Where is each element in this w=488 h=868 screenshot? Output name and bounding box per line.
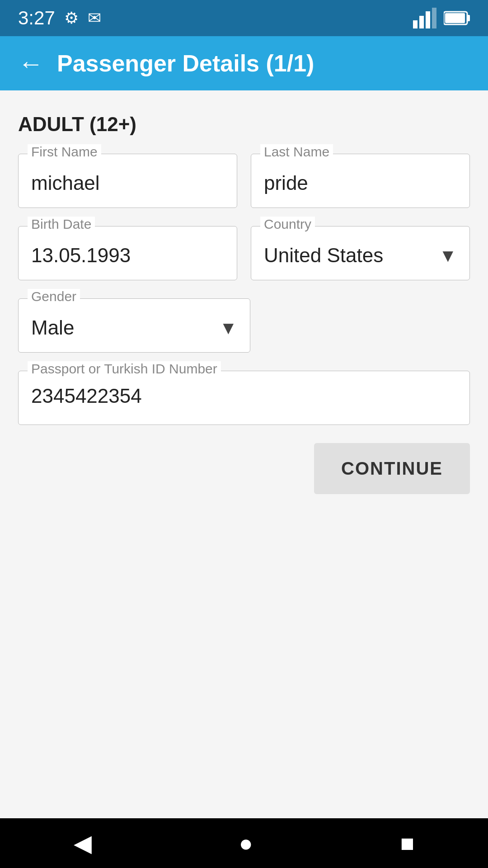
mail-icon: ✉	[88, 9, 101, 28]
continue-row: CONTINUE	[18, 443, 470, 494]
gender-field[interactable]: Gender Male ▼	[18, 298, 250, 353]
status-bar-right	[413, 8, 470, 28]
birth-date-field[interactable]: Birth Date 13.05.1993	[18, 226, 237, 280]
id-field[interactable]: Passport or Turkish ID Number 2345422354	[18, 371, 470, 425]
last-name-field[interactable]: Last Name pride	[251, 154, 470, 208]
last-name-label: Last Name	[260, 144, 333, 160]
svg-rect-3	[432, 8, 436, 28]
app-bar: ← Passenger Details (1/1)	[0, 36, 488, 90]
country-value: United States ▼	[264, 236, 457, 271]
settings-icon: ⚙	[64, 9, 79, 28]
signal-icon	[413, 8, 436, 28]
page-title: Passenger Details (1/1)	[57, 50, 314, 77]
birth-date-value: 13.05.1993	[31, 236, 224, 271]
nav-home-button[interactable]: ●	[239, 830, 253, 857]
country-dropdown-arrow: ▼	[439, 245, 457, 266]
country-label: Country	[260, 217, 315, 232]
svg-rect-1	[419, 16, 424, 28]
birth-date-label: Birth Date	[28, 217, 95, 232]
last-name-value: pride	[264, 163, 457, 198]
status-time: 3:27	[18, 7, 55, 29]
gender-label: Gender	[28, 289, 80, 304]
status-bar: 3:27 ⚙ ✉	[0, 0, 488, 36]
continue-button[interactable]: CONTINUE	[314, 443, 470, 494]
first-name-field[interactable]: First Name michael	[18, 154, 237, 208]
nav-back-button[interactable]: ◀	[74, 830, 92, 857]
svg-rect-0	[413, 20, 418, 28]
battery-icon	[444, 10, 470, 26]
section-title: ADULT (12+)	[18, 113, 470, 136]
svg-rect-6	[445, 13, 465, 23]
first-name-value: michael	[31, 163, 224, 198]
country-field[interactable]: Country United States ▼	[251, 226, 470, 280]
gender-value: Male ▼	[31, 308, 237, 343]
date-country-row: Birth Date 13.05.1993 Country United Sta…	[18, 226, 470, 280]
name-row: First Name michael Last Name pride	[18, 154, 470, 208]
first-name-label: First Name	[28, 144, 101, 160]
status-bar-left: 3:27 ⚙ ✉	[18, 7, 101, 29]
bottom-navigation: ◀ ● ■	[0, 818, 488, 868]
svg-rect-2	[426, 11, 430, 28]
nav-recents-button[interactable]: ■	[400, 830, 414, 857]
id-value: 2345422354	[31, 380, 457, 407]
back-button[interactable]: ←	[18, 49, 43, 78]
id-label: Passport or Turkish ID Number	[28, 361, 221, 377]
content-area: ADULT (12+) First Name michael Last Name…	[0, 90, 488, 818]
gender-dropdown-arrow: ▼	[219, 318, 237, 338]
gender-row: Gender Male ▼	[18, 298, 470, 353]
svg-rect-5	[467, 15, 470, 21]
